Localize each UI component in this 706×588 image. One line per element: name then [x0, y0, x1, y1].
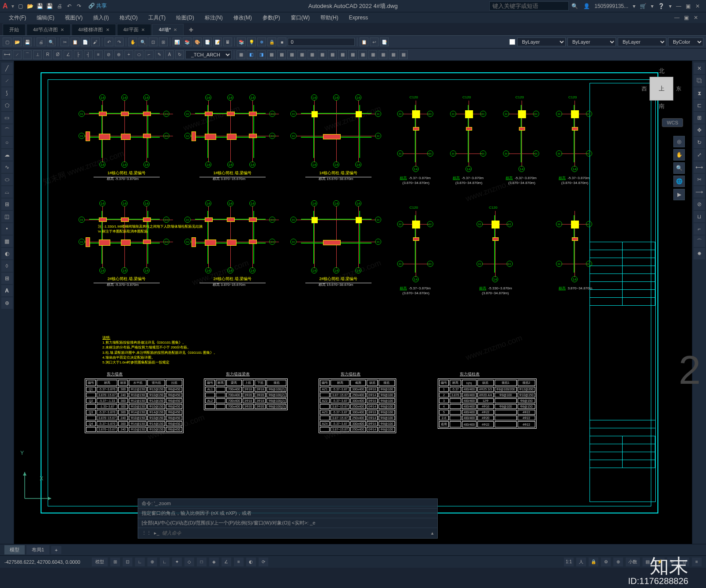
polygon-icon[interactable]: ⬠ [1, 100, 13, 111]
dim-break-icon[interactable]: ⊘ [104, 50, 113, 59]
osnap-icon[interactable]: □ [197, 558, 207, 566]
layerfreeze-icon[interactable]: ❄ [257, 37, 266, 46]
minimize-icon[interactable]: — [676, 3, 684, 9]
user-name[interactable]: 1505999135... [594, 3, 628, 9]
stretch-icon[interactable]: ⟷ [694, 161, 705, 173]
user-icon[interactable]: 👤 [583, 3, 590, 9]
help-icon[interactable]: ❔ [658, 3, 665, 9]
tch4-icon[interactable]: ▦ [267, 50, 276, 59]
dim-base-icon[interactable]: ├ [74, 50, 83, 59]
lw-icon[interactable]: ≡ [234, 558, 244, 566]
menu-insert[interactable]: 插入(I) [89, 13, 113, 22]
transp-icon[interactable]: ◐ [246, 558, 256, 566]
linetype-combo[interactable]: ByLayer [567, 37, 616, 46]
annomonitor-icon[interactable]: ⊕ [613, 558, 623, 566]
pan-icon[interactable]: ✋ [128, 37, 137, 46]
new-icon[interactable]: ▢ [3, 37, 11, 46]
menu-format[interactable]: 格式(O) [115, 13, 142, 22]
layermgr-icon[interactable]: 📋 [360, 37, 368, 46]
tolerance-icon[interactable]: ⊕ [114, 50, 123, 59]
orbit-icon[interactable]: 🌐 [673, 176, 685, 187]
tch10-icon[interactable]: ▦ [328, 50, 337, 59]
menu-tools[interactable]: 工具(T) [144, 13, 170, 22]
share-button[interactable]: 🔗 共享 [88, 2, 107, 10]
tch3-icon[interactable]: ◨ [257, 50, 266, 59]
ellipse-icon[interactable]: ⬭ [1, 174, 13, 185]
menu-edit[interactable]: 编辑(E) [32, 13, 59, 22]
dim-cont-icon[interactable]: ┤ [84, 50, 93, 59]
scale-icon[interactable]: ⤢ [694, 149, 705, 161]
move-icon[interactable]: ✥ [694, 124, 705, 136]
array-icon[interactable]: ⊞ [694, 112, 705, 124]
doc-max-icon[interactable]: ▣ [684, 15, 692, 21]
infer-icon[interactable]: ∟ [135, 558, 145, 566]
copy-icon[interactable]: 📋 [71, 37, 79, 46]
viewcube-top[interactable]: 上 [650, 77, 673, 101]
chamfer-icon[interactable]: ⌐ [694, 223, 705, 235]
break-icon[interactable]: ⊘ [694, 198, 705, 210]
annoauto-icon[interactable]: 🔒 [589, 558, 598, 566]
menu-help[interactable]: 帮助(H) [316, 13, 343, 22]
dim-aligned-icon[interactable]: ⟋ [13, 50, 22, 59]
tch8-icon[interactable]: ▦ [308, 50, 316, 59]
tch14-icon[interactable]: ▦ [368, 50, 377, 59]
tch5-icon[interactable]: ▦ [277, 50, 286, 59]
point-icon[interactable]: • [1, 223, 13, 235]
dynamic-icon[interactable]: ⊕ [147, 558, 157, 566]
command-input[interactable]: 键入命令 [162, 530, 428, 536]
layout1-tab[interactable]: 布局1 [26, 545, 49, 554]
annovisib-icon[interactable]: 人 [576, 558, 586, 566]
line-icon[interactable]: ╱ [1, 63, 13, 74]
annoscale-icon[interactable]: 1:1 [564, 558, 574, 566]
undo-icon[interactable]: ↶ [105, 37, 113, 46]
dim-dia-icon[interactable]: Ø [53, 50, 62, 59]
gradient-icon[interactable]: ◐ [1, 248, 13, 259]
arc-icon[interactable]: ⌒ [1, 124, 13, 136]
tch11-icon[interactable]: ▦ [338, 50, 347, 59]
toolpal-icon[interactable]: 🎨 [193, 37, 202, 46]
markup-icon[interactable]: 📝 [213, 37, 222, 46]
tch6-icon[interactable]: ▦ [287, 50, 296, 59]
restore-icon[interactable]: ▣ [686, 3, 694, 9]
preview-icon[interactable]: 🔍 [47, 37, 56, 46]
tch9-icon[interactable]: ▦ [318, 50, 327, 59]
join-icon[interactable]: ⊔ [694, 211, 705, 222]
plotstyle-combo[interactable]: ByColor [668, 37, 703, 46]
layerlock-icon[interactable]: 🔒 [267, 37, 276, 46]
layercolor-icon[interactable]: ■ [278, 37, 286, 46]
doc-min-icon[interactable]: — [674, 15, 682, 21]
dim-ang-icon[interactable]: ∠ [64, 50, 72, 59]
redo-icon[interactable]: ↷ [75, 2, 83, 10]
tab-file4[interactable]: 4#墙*✕ [152, 24, 184, 35]
paste-icon[interactable]: 📄 [81, 37, 90, 46]
color-swatch[interactable] [509, 39, 515, 45]
dim-ord-icon[interactable]: ⊥ [33, 50, 42, 59]
lineweight-combo[interactable]: ByLayer [618, 37, 666, 46]
dim-linear-icon[interactable]: ⟷ [3, 50, 11, 59]
tab-file2[interactable]: 4#楼梯详图✕ [71, 24, 116, 35]
grid-icon[interactable]: ⊞ [110, 558, 120, 566]
copy-icon[interactable]: ⿻ [694, 75, 705, 86]
dim-insp-icon[interactable]: ⬭ [135, 50, 143, 59]
search-icon[interactable]: 🔍 [571, 3, 578, 9]
rotate-icon[interactable]: ↻ [694, 137, 705, 148]
dim-tedit-icon[interactable]: A [165, 50, 174, 59]
insert-icon[interactable]: ⊞ [1, 198, 13, 210]
menu-param[interactable]: 参数(P) [258, 13, 285, 22]
revcloud-icon[interactable]: ☁ [1, 149, 13, 161]
pline-icon[interactable]: ⟆ [1, 87, 13, 99]
zoom-icon[interactable]: 🔍 [673, 162, 685, 174]
tch12-icon[interactable]: ▦ [348, 50, 357, 59]
tab-close-icon[interactable]: ✕ [141, 27, 145, 32]
trim-icon[interactable]: ✂ [694, 174, 705, 185]
spline-icon[interactable]: ∿ [1, 161, 13, 173]
erase-icon[interactable]: ✕ [694, 63, 705, 74]
layeron-icon[interactable]: 💡 [247, 37, 256, 46]
designctr-icon[interactable]: 📚 [183, 37, 192, 46]
zoom-icon[interactable]: 🔍 [139, 37, 147, 46]
iso-icon[interactable]: ◇ [184, 558, 194, 566]
hatch-icon[interactable]: ▦ [1, 236, 13, 247]
command-window[interactable]: 命令: '_.zoom 指定窗口的角点，输入比例因子 (nX 或 nXP)，或者… [138, 498, 438, 539]
tch16-icon[interactable]: ▦ [389, 50, 398, 59]
tab-file1[interactable]: 4#节点详图✕ [26, 24, 71, 35]
